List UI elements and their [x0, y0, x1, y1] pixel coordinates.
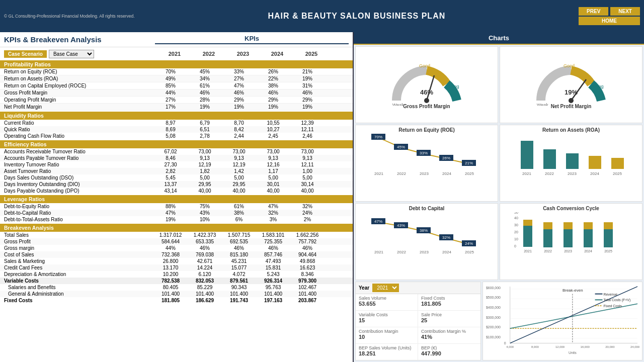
svg-text:12,000: 12,000 — [555, 345, 565, 348]
svg-text:$400,000: $400,000 — [486, 306, 501, 309]
liquidity-section: Liquidity Ratios Current Ratio8,976,798,… — [0, 112, 353, 139]
case-select[interactable]: Base Case — [49, 50, 94, 58]
svg-rect-33 — [543, 149, 556, 169]
svg-text:20,000: 20,000 — [605, 345, 615, 348]
svg-text:Strong: Strong — [446, 84, 459, 89]
svg-text:$100,000: $100,000 — [486, 335, 501, 339]
svg-line-0 — [427, 75, 434, 101]
ccc-chart: Cash Conversion Cycle 0 10 20 30 40 50 — [500, 203, 642, 280]
svg-text:70%: 70% — [374, 135, 382, 139]
svg-text:2022: 2022 — [544, 249, 552, 253]
svg-text:Total Costs (F+V): Total Costs (F+V) — [603, 298, 630, 302]
svg-text:2023: 2023 — [564, 249, 572, 253]
svg-text:0: 0 — [504, 341, 506, 345]
left-panel: KPIs & Breakeven Analysis KPIs Case Scen… — [0, 32, 354, 362]
kpi-metrics-box: Year 20212022202320242025 Sales Volume53… — [355, 282, 481, 360]
svg-text:$500,000: $500,000 — [486, 296, 501, 299]
next-button[interactable]: NEXT — [610, 7, 640, 16]
svg-text:19%: 19% — [565, 88, 578, 96]
leverage-section: Leverage Ratios Debt-to-Equity Ratio88%7… — [0, 195, 353, 223]
svg-text:Good: Good — [419, 63, 430, 68]
gross-profit-gauge: Weak Good Strong 46% Gross Profit Margin — [355, 46, 498, 123]
svg-text:$300,000: $300,000 — [486, 316, 501, 319]
svg-line-100 — [510, 287, 637, 343]
net-profit-gauge: Weak Good Strong 19% Net Profit Margin — [500, 46, 642, 123]
svg-text:2022: 2022 — [397, 171, 406, 176]
svg-text:2022: 2022 — [545, 171, 554, 176]
efficiency-section: Efficiency Ratios Accounts Receivable Tu… — [0, 140, 353, 194]
svg-text:2024: 2024 — [442, 250, 451, 254]
svg-rect-72 — [564, 229, 573, 247]
svg-text:2021: 2021 — [524, 249, 532, 253]
svg-text:24,000: 24,000 — [630, 345, 640, 348]
svg-text:2025: 2025 — [465, 250, 474, 254]
svg-text:24%: 24% — [465, 241, 473, 246]
svg-rect-70 — [543, 229, 552, 247]
svg-text:50: 50 — [514, 212, 518, 214]
svg-text:2025: 2025 — [604, 249, 612, 253]
svg-text:2021: 2021 — [374, 250, 383, 254]
svg-text:16,000: 16,000 — [581, 345, 590, 348]
svg-text:0: 0 — [514, 244, 516, 248]
svg-text:$600,000: $600,000 — [486, 286, 501, 290]
svg-text:26%: 26% — [442, 156, 450, 160]
svg-text:33%: 33% — [420, 151, 428, 155]
svg-rect-35 — [589, 156, 601, 169]
prev-button[interactable]: PREV — [579, 7, 608, 16]
breakeven-chart: $600,000 $500,000 $400,000 $300,000 $200… — [482, 282, 642, 360]
svg-rect-75 — [584, 222, 593, 229]
svg-text:2024: 2024 — [584, 249, 592, 253]
svg-rect-74 — [584, 229, 593, 247]
svg-text:Revenue: Revenue — [603, 293, 617, 296]
svg-text:$200,000: $200,000 — [486, 325, 501, 329]
roa-chart: Return on Assets (ROA) 2021 2022 2023 20… — [500, 125, 642, 202]
svg-text:Good: Good — [564, 63, 575, 68]
svg-text:21%: 21% — [465, 161, 473, 165]
roe-chart: Return on Equity (ROE) 70% 45% — [355, 125, 498, 202]
svg-text:2021: 2021 — [374, 171, 383, 176]
svg-rect-69 — [523, 220, 532, 226]
svg-rect-71 — [543, 222, 552, 229]
svg-rect-68 — [523, 226, 532, 247]
svg-text:43%: 43% — [397, 223, 405, 228]
svg-text:2022: 2022 — [397, 250, 406, 254]
svg-text:8,000: 8,000 — [531, 345, 539, 348]
svg-text:46%: 46% — [420, 88, 433, 96]
charts-header: Charts — [489, 34, 509, 42]
svg-rect-76 — [604, 229, 613, 247]
svg-text:2025: 2025 — [613, 171, 622, 176]
svg-rect-34 — [566, 153, 579, 169]
svg-text:45%: 45% — [397, 145, 405, 149]
svg-rect-36 — [611, 158, 624, 169]
svg-text:Fixed Costs: Fixed Costs — [603, 304, 622, 308]
net-profit-gauge-title: Net Profit Margin — [551, 104, 592, 109]
svg-rect-77 — [604, 222, 613, 229]
svg-rect-73 — [564, 222, 573, 229]
svg-text:2024: 2024 — [442, 171, 451, 176]
gross-profit-gauge-title: Gross Profit Margin — [403, 104, 450, 109]
svg-text:47%: 47% — [374, 219, 382, 224]
svg-text:Units: Units — [569, 351, 577, 354]
svg-text:2025: 2025 — [465, 171, 474, 176]
svg-text:2023: 2023 — [568, 171, 577, 176]
svg-text:Weak: Weak — [537, 103, 548, 106]
svg-text:2024: 2024 — [590, 171, 599, 176]
svg-text:Break-even: Break-even — [562, 288, 583, 293]
copyright-text: © GL Consulting-Professional Financial M… — [4, 14, 135, 19]
case-scenario-button[interactable]: Case Scenario — [4, 50, 47, 58]
svg-text:30: 30 — [514, 223, 518, 227]
svg-text:2023: 2023 — [420, 250, 429, 254]
svg-text:Weak: Weak — [392, 103, 404, 106]
svg-point-7 — [569, 98, 574, 103]
svg-text:4,000: 4,000 — [506, 345, 514, 348]
svg-text:2021: 2021 — [522, 171, 531, 176]
year-select[interactable]: 20212022202320242025 — [372, 284, 399, 292]
right-panel: Charts Weak Good Strong — [354, 32, 644, 362]
svg-text:10: 10 — [514, 237, 518, 241]
svg-text:Strong: Strong — [590, 84, 604, 89]
kpis-breakeven-title: KPIs & Breakeven Analysis — [4, 35, 155, 44]
svg-text:20: 20 — [514, 230, 518, 234]
breakeven-section: Breakeven Analysis Total Sales1.317.0121… — [0, 224, 353, 304]
home-button[interactable]: HOME — [579, 17, 640, 25]
svg-text:32%: 32% — [442, 235, 450, 240]
